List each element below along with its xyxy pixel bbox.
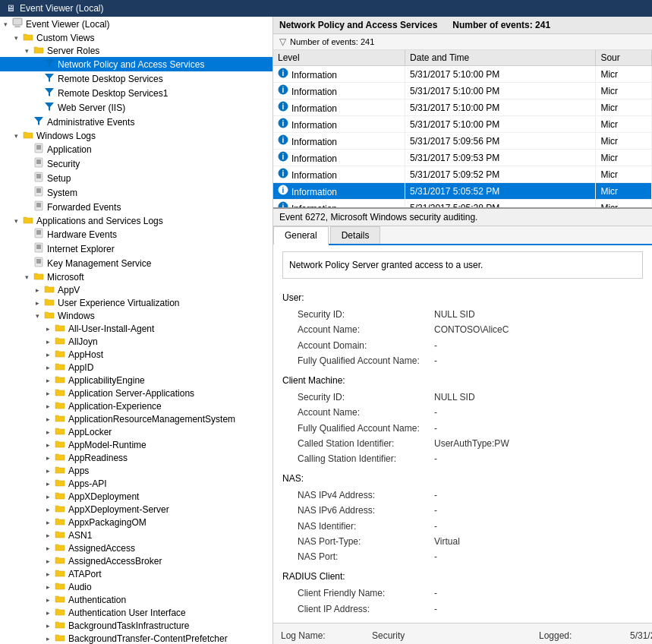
expand-icon[interactable]: ▸ — [43, 377, 53, 384]
tree-item-custom-views[interactable]: ▾Custom Views — [0, 31, 272, 44]
table-row[interactable]: iInformation5/31/2017 5:09:52 PMMicr — [273, 166, 652, 183]
tree-item-remote-desktop1[interactable]: Remote Desktop Services1 — [0, 86, 272, 100]
table-row[interactable]: iInformation5/31/2017 5:05:52 PMMicr — [273, 183, 652, 200]
expand-icon[interactable]: ▸ — [43, 506, 53, 513]
svg-rect-24 — [35, 201, 43, 210]
tree-item-system[interactable]: System — [0, 185, 272, 200]
tree-item-apps[interactable]: ▸Apps — [0, 464, 272, 477]
expand-icon[interactable]: ▾ — [21, 273, 32, 281]
tree-item-applocker[interactable]: ▸AppLocker — [0, 425, 272, 438]
table-row[interactable]: iInformation5/31/2017 5:09:53 PMMicr — [273, 150, 652, 166]
expand-icon[interactable]: ▾ — [11, 217, 21, 225]
expand-icon[interactable]: ▸ — [43, 519, 53, 526]
tree-item-appreadiness[interactable]: ▸AppReadiness — [0, 451, 272, 464]
tree-item-alljoyn[interactable]: ▸AllJoyn — [0, 335, 272, 348]
tree-item-microsoft[interactable]: ▾Microsoft — [0, 270, 272, 283]
tree-item-assigned-access[interactable]: ▸AssignedAccess — [0, 541, 272, 554]
expand-icon[interactable]: ▸ — [43, 583, 53, 591]
table-row[interactable]: iInformation5/31/2017 5:10:00 PMMicr — [273, 66, 652, 83]
tree-item-windows-logs[interactable]: ▾Windows Logs — [0, 129, 272, 142]
item-label-text: AppReadiness — [67, 453, 128, 463]
tree-item-server-roles[interactable]: ▾Server Roles — [0, 44, 272, 57]
tree-item-background-task[interactable]: ▸BackgroundTaskInfrastructure — [0, 619, 272, 632]
expand-icon[interactable]: ▸ — [43, 609, 53, 617]
expand-icon[interactable]: ▸ — [32, 286, 43, 294]
tree-item-forwarded-events[interactable]: Forwarded Events — [0, 200, 272, 214]
tree-item-admin-events[interactable]: Administrative Events — [0, 115, 272, 129]
expand-icon[interactable]: ▾ — [11, 132, 21, 140]
expand-icon[interactable]: ▸ — [43, 415, 53, 423]
tree-item-asn1[interactable]: ▸ASN1 — [0, 529, 272, 541]
expand-icon[interactable]: ▸ — [43, 428, 53, 436]
tree-item-apps-services-logs[interactable]: ▾Applications and Services Logs — [0, 214, 272, 227]
tree-item-appxdeployment-server[interactable]: ▸AppXDeployment-Server — [0, 503, 272, 516]
expand-icon[interactable]: ▸ — [43, 480, 53, 488]
tree-item-ataport[interactable]: ▸ATAPort — [0, 567, 272, 580]
table-row[interactable]: iInformation5/31/2017 5:10:00 PMMicr — [273, 116, 652, 133]
tree-item-app-server-apps[interactable]: ▸Application Server-Applications — [0, 387, 272, 399]
tree-item-application[interactable]: Application — [0, 142, 272, 156]
tree-item-internet-explorer[interactable]: Internet Explorer — [0, 242, 272, 256]
expand-icon[interactable]: ▸ — [43, 493, 53, 500]
expand-icon[interactable]: ▸ — [43, 390, 53, 397]
expand-icon[interactable]: ▸ — [43, 402, 53, 410]
tree-item-background-transfer[interactable]: ▸BackgroundTransfer-ContentPrefetcher — [0, 632, 272, 644]
expand-icon[interactable]: ▸ — [43, 557, 53, 565]
tree-item-appv[interactable]: ▸AppV — [0, 283, 272, 296]
tree-item-audio[interactable]: ▸Audio — [0, 580, 272, 593]
tree-item-setup[interactable]: Setup — [0, 171, 272, 185]
expand-icon[interactable]: ▾ — [32, 312, 43, 320]
tab-general[interactable]: General — [273, 226, 329, 245]
tree-item-app-experience[interactable]: ▸Application-Experience — [0, 399, 272, 412]
table-row[interactable]: iInformation5/31/2017 5:10:00 PMMicr — [273, 83, 652, 99]
table-row[interactable]: iInformation5/31/2017 5:10:00 PMMicr — [273, 99, 652, 116]
tree-item-auth-user-interface[interactable]: ▸Authentication User Interface — [0, 606, 272, 619]
tree-item-all-user-install[interactable]: ▸All-User-Install-Agent — [0, 322, 272, 335]
table-row[interactable]: iInformation5/31/2017 5:05:28 PMMicr — [273, 200, 652, 210]
tree-item-event-viewer-local[interactable]: ▾Event Viewer (Local) — [0, 17, 272, 31]
tree-item-appid[interactable]: ▸AppID — [0, 361, 272, 374]
tree-item-assigned-access-broker[interactable]: ▸AssignedAccessBroker — [0, 554, 272, 567]
tree-item-hardware-events[interactable]: Hardware Events — [0, 227, 272, 242]
col-source[interactable]: Sour — [596, 50, 652, 66]
expand-icon[interactable]: ▸ — [43, 441, 53, 449]
expand-icon[interactable]: ▸ — [43, 351, 53, 358]
tree-item-windows-folder[interactable]: ▾Windows — [0, 309, 272, 322]
expand-icon[interactable]: ▾ — [0, 21, 11, 28]
expand-icon[interactable]: ▸ — [32, 299, 43, 307]
expand-icon[interactable]: ▸ — [43, 635, 53, 642]
expand-icon[interactable]: ▸ — [43, 545, 53, 552]
tree-item-appxpackagingom[interactable]: ▸AppxPackagingOM — [0, 516, 272, 529]
expand-icon[interactable]: ▸ — [43, 570, 53, 578]
expand-icon[interactable]: ▾ — [11, 34, 21, 42]
expand-icon[interactable]: ▾ — [21, 47, 32, 55]
col-datetime[interactable]: Date and Time — [405, 50, 596, 66]
tree-item-appxdeployment[interactable]: ▸AppXDeployment — [0, 490, 272, 503]
tree-item-user-exp-virt[interactable]: ▸User Experience Virtualization — [0, 296, 272, 309]
tree-item-app-resource-mgmt[interactable]: ▸ApplicationResourceManagementSystem — [0, 412, 272, 425]
tree-item-key-mgmt[interactable]: Key Management Service — [0, 256, 272, 270]
tree-item-remote-desktop[interactable]: Remote Desktop Services — [0, 71, 272, 86]
expand-icon[interactable]: ▸ — [43, 596, 53, 604]
tree-item-appmodel-runtime[interactable]: ▸AppModel-Runtime — [0, 438, 272, 451]
item-type-icon — [53, 387, 67, 399]
col-level[interactable]: Level — [273, 50, 405, 66]
expand-icon[interactable]: ▸ — [43, 454, 53, 462]
expand-icon[interactable]: ▸ — [43, 532, 53, 539]
expand-icon[interactable]: ▸ — [43, 622, 53, 630]
tree-item-applicability-engine[interactable]: ▸ApplicabilityEngine — [0, 374, 272, 387]
tree-item-web-server[interactable]: Web Server (IIS) — [0, 100, 272, 115]
tree-item-security[interactable]: Security — [0, 156, 272, 171]
logged-label: Logged: — [539, 628, 630, 644]
event-source-cell: Micr — [596, 116, 652, 133]
tab-details[interactable]: Details — [330, 226, 381, 244]
expand-icon[interactable]: ▸ — [43, 467, 53, 475]
tree-item-apps-api[interactable]: ▸Apps-API — [0, 477, 272, 490]
tree-item-apphost[interactable]: ▸AppHost — [0, 348, 272, 361]
tree-item-network-policy[interactable]: Network Policy and Access Services — [0, 57, 272, 71]
tree-item-authentication[interactable]: ▸Authentication — [0, 593, 272, 606]
expand-icon[interactable]: ▸ — [43, 338, 53, 346]
expand-icon[interactable]: ▸ — [43, 325, 53, 333]
table-row[interactable]: iInformation5/31/2017 5:09:56 PMMicr — [273, 133, 652, 150]
expand-icon[interactable]: ▸ — [43, 364, 53, 371]
